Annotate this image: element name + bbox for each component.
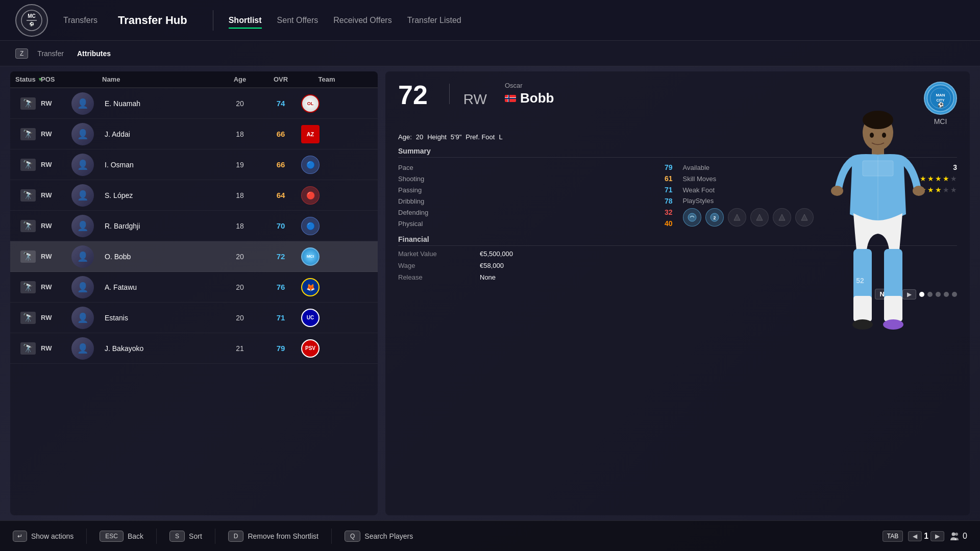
binoculars-icon: 🔭 — [20, 220, 36, 232]
team-badge: UC — [301, 309, 320, 327]
sub-nav-transfer[interactable]: Transfer — [33, 48, 68, 59]
player-row[interactable]: 🔭 RW 👤 R. Bardghji 18 70 🔵 — [10, 211, 378, 241]
toolbar-sep-1 — [86, 529, 87, 544]
stats-left: Pace 79 Shooting 61 Passing 71 Dribbling… — [398, 162, 673, 229]
svg-point-18 — [913, 186, 925, 196]
remove-key: D — [228, 531, 244, 542]
release-label: Release — [398, 273, 464, 281]
detail-ovr: 72 — [398, 82, 428, 108]
count-badge: 0 — [949, 531, 967, 541]
player-pos: RW — [41, 99, 71, 107]
svg-point-23 — [852, 319, 873, 330]
dribbling-label: Dribbling — [398, 197, 424, 205]
playstyle-badge-5 — [773, 208, 791, 227]
search-players-button[interactable]: Q Search Players — [345, 531, 413, 542]
meta-age-label: Age: — [398, 133, 412, 141]
physical-label: Physical — [398, 220, 423, 228]
player-row[interactable]: 🔭 RW 👤 A. Fatawu 20 76 🦊 — [10, 272, 378, 303]
player-avatar: 👤 — [71, 92, 94, 115]
player-rows: 🔭 RW 👤 E. Nuamah 20 74 OL 🔭 RW 👤 J. Adda… — [10, 88, 378, 515]
player-avatar: 👤 — [71, 337, 94, 360]
player-3d-render: 52 — [801, 71, 954, 418]
shooting-label: Shooting — [398, 175, 424, 183]
player-age: 21 — [219, 344, 260, 353]
status-icon: 🔭 — [15, 281, 41, 293]
player-age: 18 — [219, 222, 260, 230]
show-actions-button[interactable]: ↵ Show actions — [13, 531, 74, 542]
nav-left-arrow[interactable]: ◀ — [908, 531, 922, 541]
player-name: E. Nuamah — [102, 99, 219, 108]
binoculars-icon: 🔭 — [20, 159, 36, 171]
market-value-label: Market Value — [398, 250, 464, 258]
tab-sent-offers[interactable]: Sent Offers — [277, 13, 318, 28]
show-actions-label: Show actions — [31, 532, 74, 540]
last-name-text: Bobb — [520, 90, 554, 106]
passing-value: 71 — [665, 186, 673, 194]
player-name: R. Bardghji — [102, 222, 219, 230]
player-row[interactable]: 🔭 RW 👤 J. Addai 18 66 AZ — [10, 119, 378, 149]
player-row[interactable]: 🔭 RW 👤 J. Bakayoko 21 79 PSV — [10, 333, 378, 364]
col-team: Team — [301, 76, 352, 83]
tab-key-badge[interactable]: TAB — [883, 531, 903, 542]
sort-label: Sort — [189, 532, 202, 540]
svg-point-17 — [831, 186, 843, 196]
back-button[interactable]: ESC Back — [100, 531, 143, 542]
team-badge: PSV — [301, 339, 320, 358]
player-row[interactable]: 🔭 RW 👤 E. Nuamah 20 74 OL — [10, 88, 378, 119]
player-pos: RW — [41, 253, 71, 260]
binoculars-icon: 🔭 — [20, 281, 36, 293]
search-key: Q — [345, 531, 360, 542]
binoculars-icon: 🔭 — [20, 97, 36, 110]
stat-passing: Passing 71 — [398, 184, 673, 195]
player-name: J. Addai — [102, 130, 219, 138]
player-row[interactable]: 🔭 RW 👤 I. Osman 19 66 🔵 — [10, 149, 378, 180]
player-age: 20 — [219, 283, 260, 291]
skill-moves-label: Skill Moves — [683, 175, 717, 183]
playstyles-label: PlayStyles — [683, 197, 714, 205]
status-icon: 🔭 — [15, 220, 41, 232]
meta-foot-value: L — [499, 133, 502, 141]
nav-right-arrow[interactable]: ▶ — [930, 531, 944, 541]
svg-point-27 — [882, 133, 886, 138]
bottom-right: TAB ◀ 1 ▶ 0 — [883, 531, 967, 542]
back-key: ESC — [100, 531, 124, 542]
player-row[interactable]: 🔭 RW 👤 S. López 18 64 🔴 — [10, 180, 378, 211]
sub-nav-attributes[interactable]: Attributes — [73, 48, 115, 59]
svg-rect-22 — [884, 296, 902, 321]
player-ovr: 74 — [260, 99, 301, 108]
binoculars-icon: 🔭 — [20, 189, 36, 202]
binoculars-icon: 🔭 — [20, 128, 36, 140]
back-label: Back — [128, 532, 143, 540]
pace-label: Pace — [398, 164, 413, 171]
col-name: Name — [102, 76, 219, 83]
show-actions-key: ↵ — [13, 531, 27, 542]
tab-shortlist[interactable]: Shortlist — [229, 13, 262, 28]
remove-label: Remove from Shortlist — [248, 532, 318, 540]
remove-shortlist-button[interactable]: D Remove from Shortlist — [228, 531, 318, 542]
release-value: None — [480, 273, 496, 281]
detail-last-name: Bobb — [505, 90, 554, 106]
tab-transfer-listed[interactable]: Transfer Listed — [407, 13, 461, 28]
defending-value: 32 — [665, 208, 673, 216]
nav-transfers[interactable]: Transfers — [63, 16, 97, 25]
svg-text:⚽: ⚽ — [29, 21, 34, 27]
meta-height-label: Height — [427, 133, 447, 141]
col-name-spacer — [71, 76, 102, 83]
player-name: A. Fatawu — [102, 283, 219, 291]
svg-text:52: 52 — [856, 277, 864, 285]
player-row[interactable]: 🔭 RW 👤 Estanis 20 71 UC — [10, 303, 378, 333]
meta-height-value: 5'9" — [451, 133, 462, 141]
player-row-selected[interactable]: 🔭 RW 👤 O. Bobb 20 72 MCI — [10, 241, 378, 272]
status-icon: 🔭 — [15, 251, 41, 263]
nav-arrows: ◀ 1 ▶ — [908, 531, 944, 541]
player-age: 20 — [219, 314, 260, 322]
player-pos: RW — [41, 283, 71, 291]
team-badge: 🔵 — [301, 217, 320, 235]
sort-button[interactable]: S Sort — [169, 531, 202, 542]
tab-received-offers[interactable]: Received Offers — [333, 13, 391, 28]
toolbar-sep-4 — [331, 529, 332, 544]
status-icon: 🔭 — [15, 189, 41, 202]
playstyle-badge-4 — [750, 208, 769, 227]
player-ovr: 70 — [260, 221, 301, 230]
status-icon: 🔭 — [15, 159, 41, 171]
